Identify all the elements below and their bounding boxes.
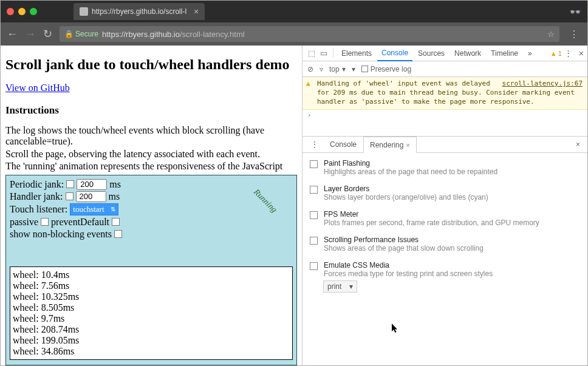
chevron-down-icon: ▾ [342, 65, 346, 73]
close-drawer-tab-icon[interactable]: × [406, 141, 409, 149]
reload-button[interactable]: ↻ [43, 27, 52, 41]
option-desc: Plots frames per second, frame rate dist… [324, 219, 539, 227]
secure-label: Secure [75, 30, 98, 38]
event-log[interactable]: wheel: 6.00ms wheel: 10.4ms wheel: 7.56m… [10, 266, 293, 360]
console-prompt[interactable]: › [303, 110, 587, 120]
paint-flashing-checkbox[interactable] [310, 160, 318, 168]
tabs-overflow-icon[interactable]: » [524, 46, 536, 61]
titlebar: https://rbyers.github.io/scroll-l × 👓 [1, 1, 587, 22]
log-line: wheel: 10.4ms [13, 269, 290, 280]
close-window-button[interactable] [7, 8, 14, 15]
warning-source-link[interactable]: scroll-latency.js:67 [502, 80, 583, 89]
page-viewport[interactable]: Scroll jank due to touch/wheel handlers … [1, 46, 302, 365]
option-fps-meter[interactable]: FPS MeterPlots frames per second, frame … [303, 208, 587, 233]
option-emulate-css-media[interactable]: Emulate CSS MediaForces media type for t… [303, 259, 587, 280]
inspect-element-icon[interactable]: ⬚ [306, 49, 317, 58]
passive-label: passive [10, 217, 38, 228]
drawer-tab-console[interactable]: Console [323, 136, 363, 152]
periodic-jank-input[interactable] [77, 179, 107, 190]
console-warning-row[interactable]: ▲ scroll-latency.js:67 Handling of 'whee… [303, 77, 587, 110]
drawer-menu-icon[interactable]: ⋮ [306, 140, 323, 149]
handler-jank-label: Handler jank: [10, 191, 63, 202]
console-output[interactable]: ▲ scroll-latency.js:67 Handling of 'whee… [303, 77, 587, 120]
fps-meter-checkbox[interactable] [310, 211, 318, 219]
instructions-line-2: Scroll the page, observing the latency a… [5, 149, 297, 160]
option-desc: Shows layer borders (orange/olive) and t… [324, 193, 488, 202]
option-scrolling-perf[interactable]: Scrolling Performance IssuesShows areas … [303, 233, 587, 259]
bookmark-star-icon[interactable]: ☆ [547, 30, 555, 39]
browser-tab[interactable]: https://rbyers.github.io/scroll-l × [74, 3, 205, 20]
preventdefault-label: preventDefault [51, 217, 109, 228]
preserve-log-label: Preserve log [371, 65, 411, 73]
close-tab-icon[interactable]: × [194, 7, 199, 16]
touch-listener-label: Touch listener: [10, 204, 67, 215]
minimize-window-button[interactable] [18, 8, 26, 15]
tab-sources[interactable]: Sources [414, 46, 449, 61]
clear-console-icon[interactable]: ⊘ [307, 65, 313, 73]
handler-jank-input[interactable] [76, 191, 106, 202]
handler-jank-checkbox[interactable] [66, 192, 74, 200]
maximize-window-button[interactable] [30, 8, 37, 15]
back-button[interactable]: ← [7, 28, 18, 41]
log-line: wheel: 9.7ms [13, 313, 290, 324]
instructions-line-1: The log shows the touch/wheel events whi… [5, 125, 297, 147]
show-nonblocking-checkbox[interactable] [114, 230, 122, 238]
window-controls [7, 8, 37, 15]
option-desc: Forces media type for testing print and … [324, 269, 493, 278]
ms-label: ms [109, 191, 120, 202]
drawer-tab-rendering-label: Rendering [370, 141, 403, 149]
tab-console[interactable]: Console [377, 46, 412, 61]
warning-icon: ▲ [550, 50, 557, 57]
tab-timeline[interactable]: Timeline [487, 46, 522, 61]
log-level-icon[interactable]: ▾ [352, 65, 355, 73]
option-paint-flashing[interactable]: Paint FlashingHighlights areas of the pa… [303, 157, 587, 182]
scrolling-perf-checkbox[interactable] [310, 237, 318, 245]
close-devtools-icon[interactable]: × [579, 49, 584, 58]
page-title: Scroll jank due to touch/wheel handlers … [5, 56, 297, 73]
devtools-panel: ⬚ ▭ Elements Console Sources Network Tim… [302, 46, 587, 365]
instructions-heading: Instructions [5, 104, 297, 117]
layer-borders-checkbox[interactable] [310, 186, 318, 194]
periodic-jank-checkbox[interactable] [66, 180, 74, 188]
chevron-down-icon: ▾ [349, 282, 353, 291]
rendering-drawer[interactable]: Paint FlashingHighlights areas of the pa… [303, 153, 587, 365]
incognito-icon: 👓 [569, 6, 581, 18]
context-select[interactable]: top ▾ [329, 65, 346, 73]
warning-count: 1 [558, 50, 562, 57]
option-title: Layer Borders [324, 185, 488, 193]
ms-label: ms [109, 179, 121, 190]
tab-network[interactable]: Network [450, 46, 485, 61]
browser-menu-icon[interactable]: ⋮ [567, 29, 581, 40]
instructions-line-3: The 'running' animation represents the r… [5, 161, 297, 172]
url-host: https://rbyers.github.io [102, 30, 180, 39]
url-bar[interactable]: 🔒 Secure https://rbyers.github.io/scroll… [60, 26, 559, 42]
drawer-tab-rendering[interactable]: Rendering × [363, 137, 417, 153]
log-line: wheel: 199.05ms [13, 335, 290, 346]
log-line: wheel: 208.74ms [13, 324, 290, 335]
option-desc: Shows areas of the page that slow down s… [324, 244, 484, 252]
devtools-menu-icon[interactable]: ⋮ [563, 49, 574, 58]
touch-listener-value: touchstart [73, 205, 104, 214]
passive-checkbox[interactable] [41, 218, 49, 226]
warning-icon: ▲ [306, 80, 310, 89]
device-toolbar-icon[interactable]: ▭ [318, 49, 329, 58]
touch-listener-select[interactable]: touchstart ⇅ [70, 203, 118, 215]
view-on-github-link[interactable]: View on GitHub [5, 83, 70, 93]
emulate-media-checkbox[interactable] [310, 262, 318, 270]
close-drawer-icon[interactable]: × [572, 140, 584, 149]
lock-icon: 🔒 [64, 30, 74, 38]
tab-elements[interactable]: Elements [337, 46, 376, 61]
preserve-log-toggle[interactable]: Preserve log [361, 65, 411, 73]
media-type-select[interactable]: print ▾ [323, 280, 357, 293]
media-type-value: print [327, 282, 341, 291]
periodic-jank-label: Periodic jank: [10, 179, 64, 190]
filter-icon[interactable]: ▿ [320, 65, 323, 73]
browser-toolbar: ← → ↻ 🔒 Secure https://rbyers.github.io/… [1, 22, 587, 46]
option-layer-borders[interactable]: Layer BordersShows layer borders (orange… [303, 182, 587, 208]
preserve-log-checkbox[interactable] [361, 66, 368, 72]
preventdefault-checkbox[interactable] [112, 218, 120, 226]
forward-button[interactable]: → [25, 28, 36, 41]
option-title: FPS Meter [324, 210, 539, 219]
context-label: top [329, 65, 340, 73]
warnings-badge[interactable]: ▲1 [550, 50, 562, 57]
